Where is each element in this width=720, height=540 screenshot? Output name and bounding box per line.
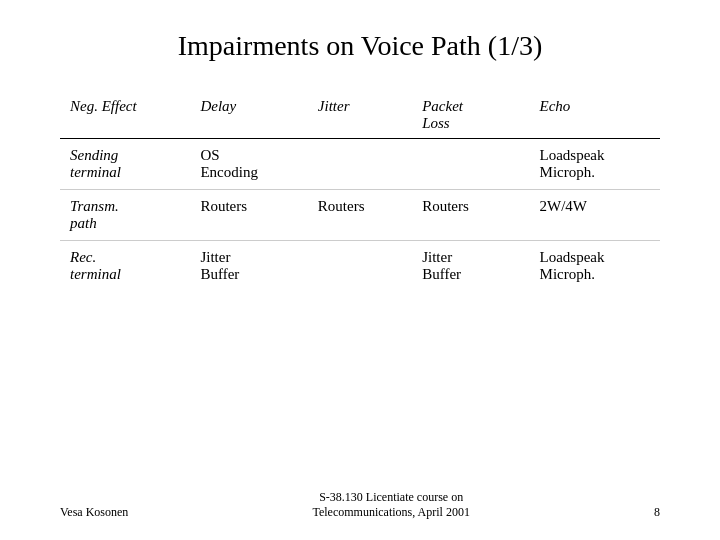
transm-jitter: Routers [308, 190, 412, 241]
slide-title: Impairments on Voice Path (1/3) [60, 30, 660, 62]
sending-jitter [308, 139, 412, 190]
footer-course: S-38.130 Licentiate course on Telecommun… [312, 490, 469, 520]
sending-echo: LoadspeakMicroph. [530, 139, 660, 190]
footer-author: Vesa Kosonen [60, 505, 128, 520]
table-row-transm: Transm. path Routers Routers Routers 2W/… [60, 190, 660, 241]
row-label-transm: Transm. path [60, 190, 190, 241]
sending-packet-loss [412, 139, 529, 190]
rec-delay: JitterBuffer [190, 241, 307, 292]
header-neg-effect: Neg. Effect [60, 90, 190, 139]
header-packet-loss: PacketLoss [412, 90, 529, 139]
row-label-sending: Sending terminal [60, 139, 190, 190]
rec-jitter [308, 241, 412, 292]
table-row-sending: Sending terminal OSEncoding LoadspeakMic… [60, 139, 660, 190]
table-row-rec: Rec. terminal JitterBuffer JitterBuffer … [60, 241, 660, 292]
header-jitter: Jitter [308, 90, 412, 139]
sending-delay: OSEncoding [190, 139, 307, 190]
table-wrapper: Neg. Effect Delay Jitter PacketLoss Echo… [60, 90, 660, 480]
transm-packet-loss: Routers [412, 190, 529, 241]
header-delay: Delay [190, 90, 307, 139]
footer: Vesa Kosonen S-38.130 Licentiate course … [60, 490, 660, 520]
slide-container: Impairments on Voice Path (1/3) Neg. Eff… [0, 0, 720, 540]
transm-echo: 2W/4W [530, 190, 660, 241]
footer-page-number: 8 [654, 505, 660, 520]
row-label-rec: Rec. terminal [60, 241, 190, 292]
impairments-table: Neg. Effect Delay Jitter PacketLoss Echo… [60, 90, 660, 291]
rec-packet-loss: JitterBuffer [412, 241, 529, 292]
header-echo: Echo [530, 90, 660, 139]
table-header-row: Neg. Effect Delay Jitter PacketLoss Echo [60, 90, 660, 139]
transm-delay: Routers [190, 190, 307, 241]
rec-echo: LoadspeakMicroph. [530, 241, 660, 292]
